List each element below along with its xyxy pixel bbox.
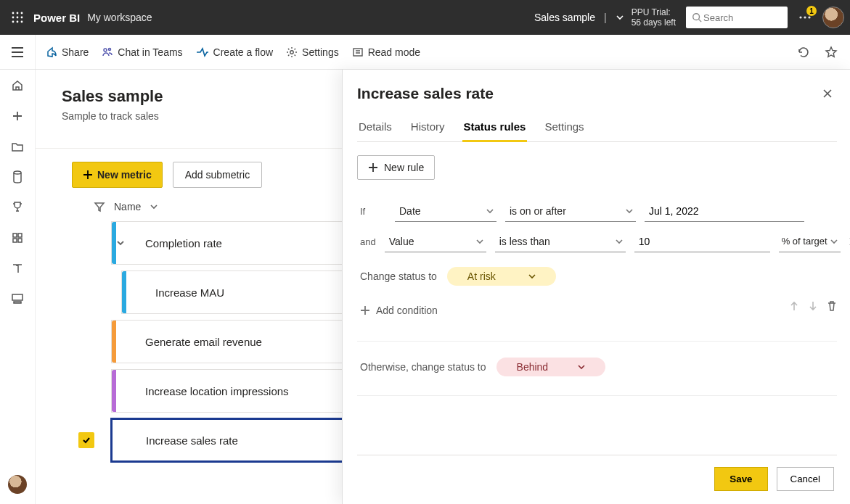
svg-point-7 (17, 21, 19, 23)
main-area: Sales sample Sample to track sales 5 Met… (36, 70, 850, 504)
notification-badge: 1 (806, 6, 817, 16)
chevron-down-icon[interactable] (150, 202, 158, 211)
svg-point-11 (804, 16, 806, 18)
nav-workspaces[interactable] (9, 290, 26, 307)
add-submetric-label: Add submetric (185, 169, 250, 181)
global-header: Power BI My workspace Sales sample | PPU… (0, 0, 850, 35)
trial-badge[interactable]: PPU Trial: 56 days left (632, 7, 679, 28)
plus-icon (12, 110, 23, 122)
nav-my-workspace-avatar[interactable] (8, 475, 27, 494)
move-up-button[interactable] (789, 300, 799, 312)
close-button[interactable] (818, 84, 837, 103)
status-stripe (113, 420, 117, 460)
nav-metrics[interactable] (9, 199, 26, 216)
unit-dropdown[interactable]: % of target (779, 231, 841, 252)
new-metric-button[interactable]: New metric (72, 162, 163, 188)
share-button[interactable]: Share (46, 46, 89, 58)
nav-create[interactable] (9, 107, 26, 125)
read-mode-button[interactable]: Read mode (352, 46, 420, 58)
add-condition-label: Add condition (376, 305, 438, 316)
rule-actions (789, 300, 837, 312)
status-pill-at-risk[interactable]: At risk (447, 267, 556, 286)
details-panel: Increase sales rate Details History Stat… (342, 70, 850, 504)
rule-line-if: If Date is on or after (357, 196, 837, 226)
left-nav-rail (0, 70, 36, 504)
tab-history[interactable]: History (409, 116, 446, 141)
chevron-down-icon (830, 238, 838, 245)
chevron-down-icon (486, 207, 494, 215)
search-box[interactable] (686, 7, 788, 28)
tab-details[interactable]: Details (357, 116, 393, 141)
svg-point-10 (799, 16, 801, 18)
tab-status-rules[interactable]: Status rules (462, 116, 528, 142)
new-rule-label: New rule (384, 162, 424, 173)
nav-home[interactable] (9, 77, 26, 94)
panel-footer: Save Cancel (357, 455, 837, 504)
command-bar: Share Chat in Teams Create a flow Settin… (36, 35, 850, 69)
value-input-date[interactable] (645, 200, 804, 222)
command-bar-row: Share Chat in Teams Create a flow Settin… (0, 35, 850, 70)
document-switcher[interactable]: Sales sample | (534, 12, 632, 23)
plus-icon (83, 170, 93, 180)
status-pill-behind[interactable]: Behind (496, 358, 605, 376)
add-condition-button[interactable]: Add condition (357, 305, 438, 316)
panel-tabs: Details History Status rules Settings (357, 116, 837, 142)
workspace-name[interactable]: My workspace (87, 12, 152, 23)
search-icon (692, 12, 702, 22)
svg-point-14 (109, 48, 111, 50)
new-rule-button[interactable]: New rule (357, 155, 435, 180)
field-dropdown-date[interactable]: Date (395, 200, 496, 222)
chat-teams-button[interactable]: Chat in Teams (102, 46, 182, 58)
nav-learn[interactable] (9, 260, 26, 277)
refresh-button[interactable] (795, 44, 812, 61)
workspaces-icon (11, 293, 24, 305)
value-input-number[interactable] (634, 231, 770, 252)
status-text: Behind (517, 361, 549, 373)
expand-toggle[interactable] (116, 239, 145, 247)
column-name[interactable]: Name (114, 201, 141, 212)
nav-toggle-button[interactable] (0, 35, 36, 69)
arrow-up-icon (789, 300, 799, 312)
chevron-down-icon (626, 207, 633, 215)
chat-label: Chat in Teams (118, 46, 182, 58)
move-down-button[interactable] (808, 300, 818, 312)
star-icon (825, 46, 838, 59)
field-dropdown-value[interactable]: Value (385, 231, 486, 252)
cancel-button[interactable]: Cancel (777, 467, 835, 491)
filter-icon[interactable] (94, 201, 105, 212)
save-button[interactable]: Save (714, 467, 767, 491)
change-status-line: Change status to At risk (357, 257, 837, 289)
otherwise-label: Otherwise, change status to (360, 361, 486, 373)
svg-rect-21 (18, 239, 22, 242)
flow-label: Create a flow (213, 46, 273, 58)
arrow-down-icon (808, 300, 818, 312)
panel-title: Increase sales rate (357, 85, 818, 102)
app-launcher-icon[interactable] (6, 6, 29, 29)
chevron-down-icon (528, 273, 536, 280)
otherwise-block: Otherwise, change status to Behind (357, 341, 837, 396)
scorecard-title: Sales sample (62, 87, 163, 106)
delete-rule-button[interactable] (827, 300, 837, 312)
operator-label: is on or after (510, 205, 566, 217)
rule-line-and: and Value is less than % of target (357, 226, 837, 257)
search-input[interactable] (702, 12, 767, 24)
avatar[interactable] (822, 7, 844, 28)
create-flow-button[interactable]: Create a flow (196, 46, 273, 58)
settings-button[interactable]: Settings (286, 46, 339, 58)
flow-icon (196, 47, 209, 57)
chevron-down-icon[interactable] (616, 13, 624, 22)
nav-apps[interactable] (9, 229, 26, 247)
svg-point-6 (12, 21, 15, 23)
status-text: At risk (467, 270, 496, 282)
favorite-button[interactable] (822, 44, 840, 61)
tab-settings[interactable]: Settings (543, 116, 585, 141)
more-options-button[interactable]: 1 (795, 7, 815, 28)
row-check[interactable] (72, 432, 101, 448)
status-stripe (122, 271, 126, 313)
operator-dropdown-1[interactable]: is on or after (505, 200, 636, 222)
add-submetric-button[interactable]: Add submetric (173, 162, 262, 188)
apps-icon (12, 232, 23, 244)
operator-dropdown-2[interactable]: is less than (495, 231, 626, 252)
nav-data-hub[interactable] (9, 168, 26, 186)
nav-browse[interactable] (9, 138, 26, 155)
